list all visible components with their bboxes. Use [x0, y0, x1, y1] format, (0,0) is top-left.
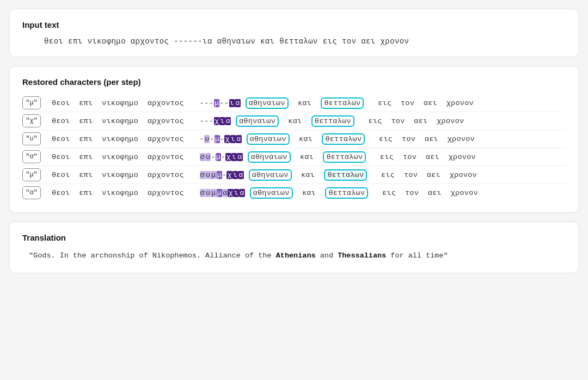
translation-and: and	[316, 252, 338, 260]
step-text-6: θεοι επι νικοφημο αρχοντος συμμαχια αθην…	[48, 187, 481, 199]
translation-athenians: Athenians	[276, 252, 316, 260]
restored-characters-panel: Restored characters (per step) "μ" θεοι …	[9, 66, 579, 213]
input-text-title: Input text	[22, 20, 566, 29]
input-text-content: θεοι επι νικοφημο αρχοντος ------ια αθην…	[22, 37, 566, 46]
step-text-3: θεοι επι νικοφημο αρχοντος -υ-μ-χια αθην…	[48, 133, 478, 145]
highlighted-athenaiown-6: αθηναιων	[250, 187, 293, 199]
restored-characters-title: Restored characters (per step)	[22, 77, 566, 87]
table-row: "χ" θεοι επι νικοφημο αρχοντος ---χια αθ…	[22, 112, 566, 130]
steps-container: "μ" θεοι επι νικοφημο αρχοντος ---μ--ια …	[22, 94, 566, 201]
translation-content: "Gods. In the archonship of Nikophemos. …	[22, 250, 566, 262]
translation-end: for all time"	[386, 252, 448, 260]
highlighted-thessalown-6: θετταλων	[325, 187, 368, 199]
step-badge-4: "σ"	[22, 150, 41, 163]
step-text-4: θεοι επι νικοφημο αρχοντος συ-μ-χια αθην…	[48, 151, 479, 163]
step-badge-1: "μ"	[22, 96, 41, 109]
translation-start: "Gods. In the archonship of Nikophemos. …	[29, 252, 276, 260]
table-row: "σ" θεοι επι νικοφημο αρχοντος συ-μ-χια …	[22, 148, 566, 166]
highlighted-thessalown-2: θετταλων	[311, 115, 354, 127]
highlighted-athenaiown-1: αθηναιων	[246, 97, 289, 109]
highlighted-athenaiown-3: αθηναιων	[247, 133, 290, 145]
highlighted-thessalown-3: θετταλων	[322, 133, 365, 145]
step-badge-2: "χ"	[22, 114, 41, 127]
highlighted-thessalown-5: θετταλων	[324, 169, 367, 181]
highlighted-athenaiown-5: αθηναιων	[249, 169, 292, 181]
input-text-panel: Input text θεοι επι νικοφημο αρχοντος --…	[9, 9, 579, 57]
translation-title: Translation	[22, 233, 566, 242]
highlighted-athenaiown-2: αθηναιων	[236, 115, 279, 127]
highlighted-athenaiown-4: αθηναιων	[248, 151, 291, 163]
translation-thessalians: Thessalians	[338, 252, 386, 260]
step-badge-5: "μ"	[22, 168, 41, 181]
step-text-5: θεοι επι νικοφημο αρχοντος συμμ-χια αθην…	[48, 169, 480, 181]
step-badge-6: "α"	[22, 186, 41, 199]
step-text-1: θεοι επι νικοφημο αρχοντος ---μ--ια αθην…	[48, 97, 477, 109]
translation-panel: Translation "Gods. In the archonship of …	[9, 222, 579, 273]
step-badge-3: "υ"	[22, 132, 41, 145]
table-row: "μ" θεοι επι νικοφημο αρχοντος συμμ-χια …	[22, 166, 566, 183]
table-row: "μ" θεοι επι νικοφημο αρχοντος ---μ--ια …	[22, 94, 566, 112]
table-row: "υ" θεοι επι νικοφημο αρχοντος -υ-μ-χια …	[22, 130, 566, 148]
step-text-2: θεοι επι νικοφημο αρχοντος ---χια αθηναι…	[48, 115, 467, 127]
table-row: "α" θεοι επι νικοφημο αρχοντος συμμαχια …	[22, 183, 566, 201]
highlighted-thessalown-4: θετταλων	[323, 151, 366, 163]
highlighted-thessalown-1: θετταλων	[321, 97, 364, 109]
